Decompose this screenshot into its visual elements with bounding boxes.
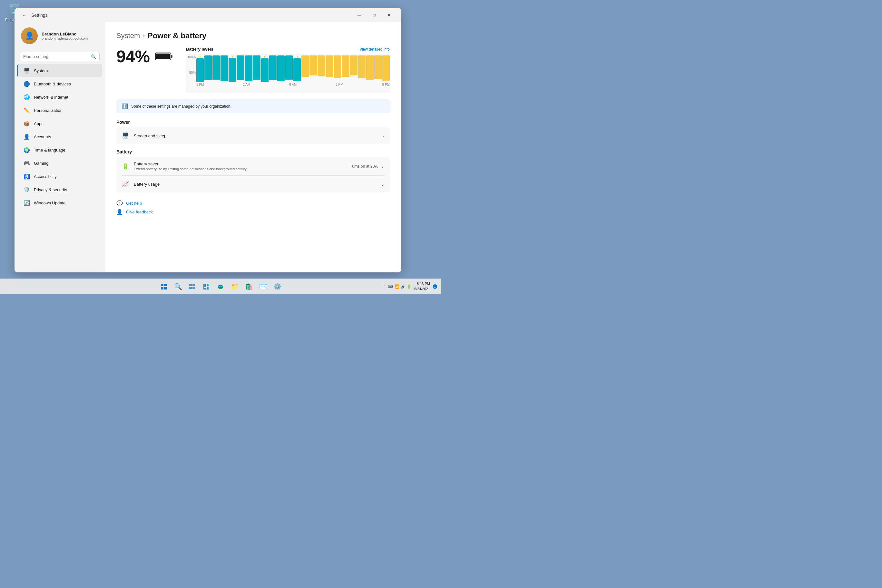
window-controls: — □ ✕ [352, 10, 396, 20]
screen-sleep-chevron: ⌄ [381, 133, 385, 138]
taskbar-widgets[interactable] [200, 280, 213, 293]
show-hidden-icons[interactable]: ^ [384, 285, 385, 288]
bar-group-17 [334, 56, 341, 82]
notification-badge[interactable]: 1 [433, 284, 437, 289]
battery-usage-text: Battery usage [134, 182, 376, 187]
taskbar-edge[interactable] [214, 280, 227, 293]
bar-group-14 [309, 56, 317, 82]
sidebar-item-update[interactable]: 🔄 Windows Update [17, 196, 102, 209]
taskbar-explorer[interactable]: 📁 [228, 280, 241, 293]
sidebar-item-system[interactable]: 🖥️ System [17, 64, 102, 77]
content-area: System › Power & battery 94% [105, 22, 401, 272]
bar-4 [228, 58, 236, 82]
get-help-link[interactable]: 💬 Get help [116, 200, 390, 206]
user-profile[interactable]: 👤 Brandon LeBlanc brandoninsider@outlook… [15, 22, 105, 50]
bar-5 [237, 56, 244, 80]
bar-group-11 [285, 56, 293, 82]
battery-saver-row[interactable]: 🔋 Battery saver Extend battery life by l… [116, 157, 390, 176]
get-help-label: Get help [126, 201, 142, 206]
bar-group-16 [326, 56, 333, 82]
battery-saver-icon: 🔋 [122, 162, 129, 170]
battery-saver-status: Turns on at 20% [350, 164, 378, 169]
x-label-8pm-end: 8 PM [382, 83, 390, 86]
sidebar-nav: 🖥️ System 🔵 Bluetooth & devices 🌐 Networ… [15, 64, 105, 210]
view-detailed-link[interactable]: View detailed info [360, 47, 390, 52]
svg-rect-1 [171, 55, 172, 58]
user-email: brandoninsider@outlook.com [42, 36, 88, 40]
give-feedback-icon: 👤 [116, 209, 123, 215]
bar-group-5 [237, 56, 244, 82]
sidebar-item-time[interactable]: 🌍 Time & language [17, 144, 102, 156]
battery-usage-row[interactable]: 📈 Battery usage ⌄ [116, 176, 390, 192]
bar-group-4: ⚡ [228, 56, 236, 82]
chart-title: Battery levels [186, 47, 213, 52]
chart-x-labels: 8 PM 2 AM 8 AM 2 PM 8 PM [196, 83, 390, 86]
bar-17 [334, 56, 341, 78]
battery-saver-right: Turns on at 20% ⌄ [350, 164, 385, 169]
breadcrumb-parent: System [116, 32, 140, 40]
x-label-8pm-start: 8 PM [196, 83, 204, 86]
back-button[interactable]: ← [20, 10, 29, 20]
bar-group-23 [382, 56, 390, 82]
taskbar-task-view[interactable] [186, 280, 199, 293]
bar-8 [261, 58, 268, 82]
battery-saver-title: Battery saver [134, 162, 345, 166]
search-input[interactable] [23, 54, 91, 59]
clock-date: 6/24/2021 [414, 286, 430, 291]
bar-3 [220, 56, 228, 81]
bar-group-8: ⚡ [261, 56, 268, 82]
bar-group-0: ⚡ [196, 56, 204, 82]
bar-group-19 [350, 56, 357, 82]
battery-usage-chevron: ⌄ [381, 182, 385, 187]
bar-group-10 [277, 56, 285, 82]
svg-rect-2 [156, 54, 170, 59]
bar-11 [285, 56, 293, 80]
bar-14 [309, 56, 317, 75]
sidebar-label-personalization: Personalization [34, 108, 63, 113]
maximize-button[interactable]: □ [367, 10, 381, 20]
sidebar-item-bluetooth[interactable]: 🔵 Bluetooth & devices [17, 77, 102, 90]
start-button[interactable] [158, 280, 170, 293]
bar-7 [253, 56, 261, 80]
give-feedback-link[interactable]: 👤 Give feedback [116, 209, 390, 215]
taskbar-center: 🔍 [158, 280, 284, 293]
bar-group-2 [213, 56, 220, 82]
task-view-icon [189, 284, 195, 289]
sidebar-item-gaming[interactable]: 🎮 Gaming [17, 157, 102, 170]
update-icon: 🔄 [24, 200, 30, 206]
battery-tray-icon: 🔋 [407, 284, 412, 289]
taskbar-mail[interactable]: ✉️ [256, 280, 270, 293]
taskbar-search[interactable]: 🔍 [171, 280, 184, 293]
minimize-button[interactable]: — [352, 10, 366, 20]
close-button[interactable]: ✕ [382, 10, 396, 20]
search-icon: 🔍 [91, 54, 96, 59]
screen-sleep-text: Screen and sleep [134, 134, 376, 138]
x-label-2am: 2 AM [243, 83, 250, 86]
sidebar-label-network: Network & internet [34, 95, 68, 100]
system-icon: 🖥️ [24, 68, 30, 74]
sidebar-item-accessibility[interactable]: ♿ Accessibility [17, 170, 102, 183]
taskbar-settings[interactable]: ⚙️ [271, 280, 284, 293]
sidebar-item-privacy[interactable]: 🛡️ Privacy & security [17, 183, 102, 196]
network-icon: 🌐 [24, 94, 30, 100]
bar-16 [326, 56, 333, 77]
search-box[interactable]: 🔍 [20, 52, 100, 61]
sidebar-item-network[interactable]: 🌐 Network & internet [17, 91, 102, 104]
bar-group-15 [318, 56, 325, 82]
breadcrumb-current: Power & battery [148, 31, 207, 40]
bar-18 [342, 56, 349, 77]
taskbar-store[interactable]: 🛍️ [242, 280, 255, 293]
sidebar-item-personalization[interactable]: ✏️ Personalization [17, 104, 102, 117]
time-icon: 🌍 [24, 147, 30, 153]
windows-icon [161, 284, 166, 290]
clock[interactable]: 8:13 PM 6/24/2021 [414, 281, 430, 291]
widgets-icon [203, 284, 209, 290]
screen-sleep-row[interactable]: 🖥️ Screen and sleep ⌄ [116, 128, 390, 144]
accounts-icon: 👤 [24, 134, 30, 140]
sidebar-item-apps[interactable]: 📦 Apps [17, 117, 102, 130]
y-label-100: 100% [188, 56, 196, 59]
bar-13 [302, 56, 309, 77]
info-icon: ℹ️ [122, 103, 128, 109]
sidebar-item-accounts[interactable]: 👤 Accounts [17, 130, 102, 143]
bar-20 [358, 56, 366, 78]
